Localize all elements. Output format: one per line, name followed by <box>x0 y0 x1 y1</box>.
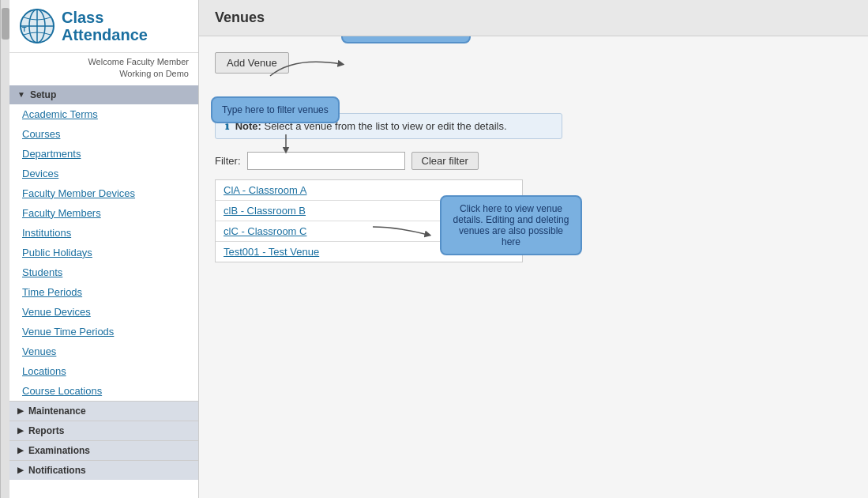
sidebar-item-departments[interactable]: Departments <box>9 144 198 164</box>
add-venue-button[interactable]: Add Venue <box>215 52 289 74</box>
sidebar-item-devices[interactable]: Devices <box>9 164 198 183</box>
notifications-arrow-icon: ▶ <box>17 466 24 474</box>
reports-header[interactable]: ▶ Reports <box>9 421 198 440</box>
sidebar-item-venues[interactable]: Venues <box>9 341 198 361</box>
sidebar-item-academic-terms[interactable]: Academic Terms <box>9 104 198 124</box>
main-content: Venues Add Venue Click here to add a ven… <box>199 0 868 498</box>
setup-section-header[interactable]: ▼ Setup <box>9 85 198 104</box>
add-venue-row: Add Venue Click here to add a venue <box>215 52 852 74</box>
sidebar-item-public-holidays[interactable]: Public Holidays <box>9 243 198 262</box>
examinations-header[interactable]: ▶ Examinations <box>9 440 198 460</box>
content-area: Add Venue Click here to add a venue ℹ No… <box>199 36 868 498</box>
sidebar: T Class Attendance Welcome Faculty Membe… <box>9 0 199 498</box>
svg-text:T: T <box>22 25 27 33</box>
reports-label: Reports <box>28 425 64 436</box>
clear-filter-button[interactable]: Clear filter <box>411 152 479 170</box>
sidebar-item-locations[interactable]: Locations <box>9 361 198 381</box>
setup-label: Setup <box>30 89 56 100</box>
venue-list-container: ClA - Classroom AclB - Classroom BclC - … <box>215 179 523 262</box>
app-title: Class Attendance <box>62 9 148 43</box>
user-info: Welcome Faculty Member Working on Demo <box>9 53 198 85</box>
maintenance-label: Maintenance <box>28 406 86 417</box>
filter-tooltip: Type here to filter venues <box>211 96 340 123</box>
reports-arrow-icon: ▶ <box>17 426 24 435</box>
page-title: Venues <box>215 9 265 25</box>
add-venue-tooltip: Click here to add a venue <box>341 36 471 43</box>
sidebar-item-venue-devices[interactable]: Venue Devices <box>9 302 198 322</box>
examinations-arrow-icon: ▶ <box>17 446 24 455</box>
logo-area: T Class Attendance <box>9 0 198 53</box>
notifications-label: Notifications <box>28 465 86 476</box>
sidebar-item-time-periods[interactable]: Time Periods <box>9 282 198 302</box>
venue-detail-tooltip: Click here to view venue details. Editin… <box>440 195 582 255</box>
sidebar-item-faculty-members[interactable]: Faculty Members <box>9 203 198 223</box>
notifications-header[interactable]: ▶ Notifications <box>9 460 198 480</box>
page-header: Venues <box>199 0 868 36</box>
sidebar-item-institutions[interactable]: Institutions <box>9 223 198 243</box>
filter-input[interactable] <box>247 152 405 170</box>
sidebar-item-students[interactable]: Students <box>9 262 198 282</box>
maintenance-arrow-icon: ▶ <box>17 406 24 415</box>
nav-scroll[interactable]: ▼ Setup Academic TermsCoursesDepartments… <box>9 85 198 498</box>
sidebar-item-faculty-member-devices[interactable]: Faculty Member Devices <box>9 183 198 203</box>
sidebar-item-course-locations[interactable]: Course Locations <box>9 381 198 401</box>
filter-area: Type here to filter venues Filter: Clear… <box>215 152 852 170</box>
nav-items: Academic TermsCoursesDepartmentsDevicesF… <box>9 104 198 401</box>
setup-arrow-icon: ▼ <box>17 90 25 99</box>
sidebar-item-venue-time-periods[interactable]: Venue Time Periods <box>9 322 198 341</box>
examinations-label: Examinations <box>28 445 90 456</box>
filter-label: Filter: <box>215 155 241 167</box>
maintenance-header[interactable]: ▶ Maintenance <box>9 401 198 421</box>
sidebar-item-courses[interactable]: Courses <box>9 124 198 144</box>
filter-row: Filter: Clear filter <box>215 152 852 170</box>
logo-icon: T <box>19 8 55 44</box>
